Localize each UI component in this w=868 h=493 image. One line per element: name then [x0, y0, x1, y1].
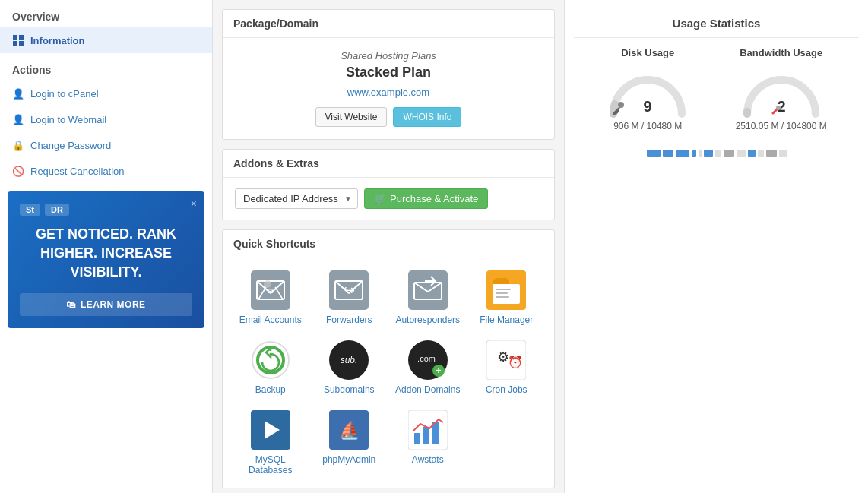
cancel-label: Request Cancellation	[30, 166, 125, 177]
svg-text:⏰: ⏰	[508, 355, 523, 369]
usage-bars	[583, 144, 850, 163]
user-icon: 👤	[12, 87, 24, 100]
bar-2	[663, 150, 673, 157]
webmail-label: Login to Webmail	[30, 114, 106, 125]
shortcut-file-manager[interactable]: File Manager	[471, 270, 543, 325]
bar-12	[766, 150, 777, 157]
addon-select[interactable]: Dedicated IP Address	[235, 188, 358, 209]
sidebar-item-cancel[interactable]: 🚫 Request Cancellation	[0, 158, 212, 184]
overview-title: Overview	[0, 0, 212, 27]
disk-usage-item: Disk Usage 9	[606, 47, 689, 131]
bar-3	[676, 150, 689, 157]
promo-learn-more-button[interactable]: 🛍 LEARN MORE	[20, 293, 192, 316]
usage-body: Disk Usage 9	[574, 38, 859, 172]
promo-btn-label: LEARN MORE	[81, 299, 146, 310]
mysql-label: MySQL Databases	[235, 454, 306, 476]
svg-rect-0	[13, 35, 17, 40]
forwarders-label: Forwarders	[326, 314, 372, 325]
bag-icon: 🛍	[66, 299, 76, 310]
svg-rect-1	[19, 35, 24, 40]
svg-rect-36	[423, 427, 429, 444]
visit-website-button[interactable]: Visit Website	[315, 107, 388, 127]
email-icon: ✉	[251, 270, 290, 310]
bar-10	[748, 150, 756, 157]
addons-card: Addons & Extras Dedicated IP Address ▼ 🛒…	[222, 149, 555, 220]
shortcut-forwarders[interactable]: ↪ Forwarders	[314, 270, 385, 325]
addons-body: Dedicated IP Address ▼ 🛒 Purchase & Acti…	[223, 178, 554, 220]
sidebar-item-information[interactable]: Information	[0, 27, 212, 53]
svg-point-42	[776, 106, 781, 110]
autoresponders-label: Autoresponders	[395, 314, 460, 325]
purchase-activate-button[interactable]: 🛒 Purchase & Activate	[364, 188, 488, 209]
svg-rect-18	[496, 296, 509, 298]
phpmyadmin-label: phpMyAdmin	[322, 454, 375, 465]
bar-6	[704, 150, 713, 157]
backup-label: Backup	[255, 384, 286, 395]
sidebar-item-webmail[interactable]: 👤 Login to Webmail	[0, 106, 212, 132]
bar-11	[758, 150, 764, 157]
shortcut-awstats[interactable]: Awstats	[392, 410, 464, 476]
bar-7	[715, 150, 721, 157]
forwarders-icon: ↪	[329, 270, 369, 310]
cron-jobs-icon: ⚙⏰	[486, 340, 526, 380]
awstats-label: Awstats	[412, 454, 444, 465]
shortcut-cron-jobs[interactable]: ⚙⏰ Cron Jobs	[471, 340, 543, 395]
center-column: Package/Domain Shared Hosting Plans Stac…	[213, 0, 564, 493]
usage-statistics-panel: Usage Statistics Disk Usage 9	[564, 0, 868, 493]
user-icon: 👤	[12, 113, 24, 125]
package-body: Shared Hosting Plans Stacked Plan www.ex…	[223, 38, 554, 139]
usage-row: Disk Usage 9	[583, 47, 850, 131]
actions-title: Actions	[0, 53, 212, 81]
cpanel-label: Login to cPanel	[30, 88, 99, 100]
main-content: Package/Domain Shared Hosting Plans Stac…	[213, 0, 868, 493]
file-manager-icon	[486, 270, 526, 310]
whois-info-button[interactable]: WHOIS Info	[393, 107, 461, 127]
mysql-icon	[251, 410, 290, 450]
svg-text:✉: ✉	[268, 288, 274, 295]
package-name: Stacked Plan	[235, 65, 542, 81]
bar-5	[699, 150, 702, 157]
shortcut-autoresponders[interactable]: Autoresponders	[392, 270, 464, 325]
svg-text:.com: .com	[417, 354, 436, 363]
shortcuts-card: Quick Shortcuts ✉ Email Accounts ↪	[222, 229, 555, 488]
phpmyadmin-icon: ⛵	[329, 410, 369, 450]
promo-title: GET NOTICED. RANK HIGHER. INCREASE VISIB…	[20, 225, 192, 283]
cancel-icon: 🚫	[12, 165, 24, 177]
promo-tag-st: St	[20, 204, 40, 216]
svg-point-7	[264, 280, 271, 288]
disk-usage-title: Disk Usage	[606, 47, 689, 58]
svg-rect-2	[13, 41, 17, 46]
shortcut-phpmyadmin[interactable]: ⛵ phpMyAdmin	[314, 410, 385, 476]
shortcut-backup[interactable]: Backup	[235, 340, 306, 395]
package-link[interactable]: www.example.com	[235, 87, 542, 98]
svg-point-39	[618, 102, 624, 108]
promo-tags: St DR	[20, 204, 192, 216]
svg-text:↪: ↪	[344, 283, 355, 298]
sidebar-info-label: Information	[30, 35, 85, 46]
shortcut-email-accounts[interactable]: ✉ Email Accounts	[235, 270, 306, 325]
bar-9	[737, 150, 746, 157]
promo-close-button[interactable]: ×	[191, 198, 197, 210]
sidebar-item-cpanel[interactable]: 👤 Login to cPanel	[0, 81, 212, 106]
addon-domains-icon: .com+	[408, 340, 448, 380]
shortcut-addon-domains[interactable]: .com+ Addon Domains	[392, 340, 464, 395]
svg-rect-3	[19, 41, 24, 46]
svg-rect-17	[496, 292, 508, 294]
promo-box: St DR × GET NOTICED. RANK HIGHER. INCREA…	[8, 191, 204, 328]
svg-rect-35	[414, 433, 420, 444]
sidebar-item-password[interactable]: 🔒 Change Password	[0, 132, 212, 158]
addon-select-wrapper: Dedicated IP Address ▼	[235, 188, 358, 209]
shortcut-subdomains[interactable]: sub. Subdomains	[314, 340, 385, 395]
backup-icon	[251, 340, 290, 380]
bandwidth-title: Bandwidth Usage	[736, 47, 827, 58]
disk-gauge: 9	[606, 65, 689, 118]
shortcut-mysql[interactable]: MySQL Databases	[235, 410, 306, 476]
svg-text:9: 9	[644, 98, 652, 115]
svg-text:sub.: sub.	[341, 355, 358, 365]
grid-icon	[12, 34, 24, 46]
svg-point-20	[258, 347, 284, 373]
package-card: Package/Domain Shared Hosting Plans Stac…	[222, 9, 555, 140]
bandwidth-detail: 2510.05 M / 104800 M	[736, 121, 827, 131]
file-manager-label: File Manager	[480, 314, 533, 325]
password-label: Change Password	[30, 140, 111, 151]
